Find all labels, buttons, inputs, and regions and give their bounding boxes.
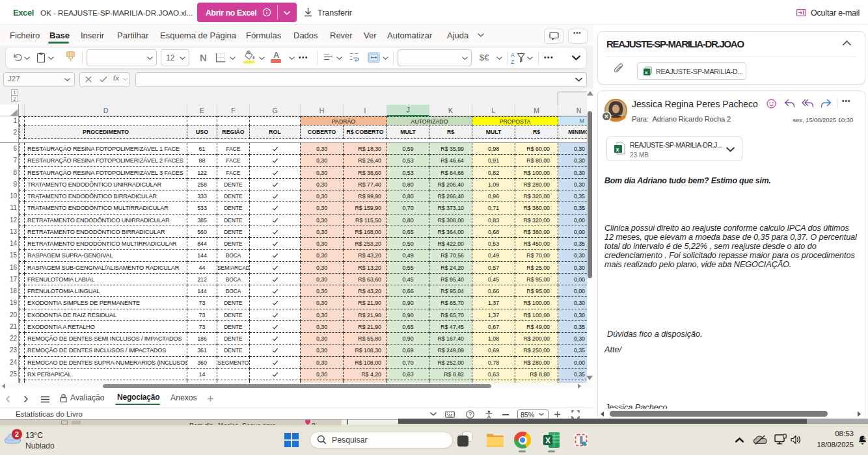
svg-text:x: x — [616, 146, 619, 153]
svg-text:X: X — [545, 436, 550, 445]
svg-text:z: z — [863, 436, 865, 441]
svg-text:x: x — [645, 70, 648, 75]
svg-text:?: ? — [468, 411, 472, 417]
svg-text:Z: Z — [511, 58, 515, 64]
svg-text:A: A — [511, 52, 515, 58]
